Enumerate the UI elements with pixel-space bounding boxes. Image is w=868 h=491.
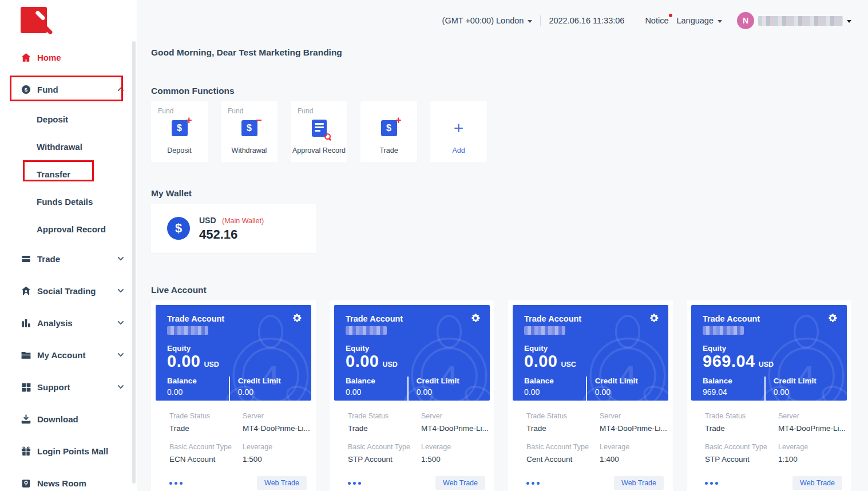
account-type-value: Cent Account [526, 455, 600, 464]
approval-record-icon [312, 120, 327, 137]
sidebar-item-fund[interactable]: $ Fund [0, 73, 137, 105]
function-card-withdrawal[interactable]: Fund $− Withdrawal [221, 101, 278, 163]
plus-badge-icon: + [186, 115, 192, 125]
timezone-selector[interactable]: (GMT +00:00) London [442, 16, 533, 25]
caret-down-icon [528, 20, 532, 23]
chevron-down-icon [117, 320, 124, 325]
minus-badge-icon: − [256, 115, 262, 125]
equity-value: 0.00 [346, 352, 379, 370]
function-category: Fund [158, 107, 208, 115]
server-value: MT4-DooPrime-Li... [421, 424, 489, 433]
sidebar-item-label: News Room [37, 478, 86, 488]
balance-label: Balance [167, 377, 229, 385]
account-type-label: Basic Account Type [169, 443, 243, 451]
wallet-amount: 452.16 [199, 227, 264, 242]
gear-icon[interactable] [470, 313, 481, 326]
account-type-value: STP Account [705, 455, 778, 464]
svg-text:$: $ [25, 86, 28, 93]
equity-currency: USD [204, 361, 219, 369]
equity-label: Equity [703, 344, 835, 353]
avatar: N [737, 12, 754, 29]
dollar-glyph: $ [177, 123, 182, 133]
function-label: Approval Record [291, 146, 347, 155]
more-actions-button[interactable] [526, 482, 540, 485]
sidebar-item-my-account[interactable]: My Account [0, 339, 137, 371]
equity-label: Equity [167, 344, 300, 353]
function-card-deposit[interactable]: Fund $+ Deposit [151, 101, 208, 163]
sidebar-item-news-room[interactable]: News Room [0, 467, 137, 491]
server-value: MT4-DooPrime-Li... [243, 424, 310, 433]
equity-value: 0.00 [167, 352, 200, 370]
language-selector[interactable]: Language [676, 16, 722, 25]
sidebar-item-withdrawal[interactable]: Withdrawal [0, 133, 137, 160]
balance-block: Balance 969.04 [703, 377, 764, 401]
gear-icon[interactable] [649, 313, 659, 326]
credit-limit-value: 0.00 [774, 387, 835, 397]
equity-currency: USD [382, 361, 397, 369]
notice-button[interactable]: Notice [645, 16, 668, 25]
sidebar-item-label: Withdrawal [37, 142, 82, 152]
function-category [367, 107, 417, 115]
sidebar-item-funds-details[interactable]: Funds Details [0, 188, 137, 215]
server-label: Server [243, 412, 310, 420]
trade-account-label: Trade Account [524, 314, 657, 323]
trade-status-value: Trade [705, 424, 778, 433]
function-card-add[interactable]: + Add [430, 101, 487, 163]
sidebar-item-analysis[interactable]: Analysis [0, 307, 137, 339]
add-plus-icon: + [454, 120, 464, 137]
chevron-down-icon [117, 385, 124, 389]
balance-block: Balance 0.00 [524, 377, 586, 401]
more-actions-button[interactable] [348, 482, 361, 485]
balance-value: 0.00 [167, 387, 229, 397]
my-account-icon [21, 350, 31, 361]
sidebar-item-label: Approval Record [37, 224, 106, 234]
trade-account-label: Trade Account [346, 314, 478, 323]
username-redacted [758, 16, 843, 26]
fund-icon: $ [21, 84, 31, 95]
sidebar-item-deposit[interactable]: Deposit [0, 105, 137, 133]
account-number-redacted [167, 326, 208, 335]
sidebar-item-trade[interactable]: Trade [0, 243, 137, 275]
sidebar-item-login-points-mall[interactable]: Login Points Mall [0, 435, 137, 467]
sidebar-item-social-trading[interactable]: Social Trading [0, 275, 137, 307]
function-card-approval-record[interactable]: Fund Approval Record [291, 101, 347, 163]
web-trade-button[interactable]: Web Trade [435, 476, 485, 490]
brand-logo[interactable] [21, 7, 47, 33]
credit-limit-label: Credit Limit [595, 377, 657, 385]
account-summary-panel: 4 Trade Account Equity 0.00USD Balance 0… [334, 305, 490, 401]
wallet-card[interactable]: $ USD (Main Wallet) 452.16 [151, 204, 316, 253]
trade-status-value: Trade [526, 424, 600, 433]
equity-label: Equity [524, 344, 657, 353]
more-actions-button[interactable] [705, 482, 718, 485]
account-details: Trade StatusTrade ServerMT4-DooPrime-Li.… [156, 401, 311, 464]
sidebar-item-support[interactable]: Support [0, 371, 137, 403]
sidebar-item-download[interactable]: Download [0, 403, 137, 435]
sidebar-item-home[interactable]: Home [0, 41, 137, 73]
credit-limit-block: Credit Limit 0.00 [238, 377, 300, 401]
language-label: Language [676, 16, 714, 25]
credit-limit-value: 0.00 [595, 387, 657, 397]
plus-badge-icon: + [395, 115, 402, 125]
sidebar-item-label: Download [37, 414, 78, 424]
sidebar-item-transfer[interactable]: Transfer [0, 160, 137, 188]
balance-block: Balance 0.00 [167, 377, 229, 401]
user-menu[interactable]: N [737, 12, 851, 29]
gear-icon[interactable] [292, 313, 302, 326]
divider [764, 377, 765, 401]
sidebar-item-label: My Account [37, 350, 85, 360]
equity-currency: USC [561, 361, 576, 369]
sidebar-scrollbar[interactable] [132, 41, 136, 484]
greeting-text: Good Morning, Dear Test Marketing Brandi… [151, 47, 851, 58]
web-trade-button[interactable]: Web Trade [614, 476, 664, 490]
sidebar: Home $ Fund Deposit Withdrawal Transfer … [0, 0, 137, 491]
account-summary-panel: 4 Trade Account Equity 0.00USC Balance 0… [513, 305, 668, 401]
balance-block: Balance 0.00 [346, 377, 407, 401]
function-card-trade[interactable]: $+ Trade [360, 101, 417, 163]
gear-icon[interactable] [827, 313, 838, 326]
sidebar-item-approval-record[interactable]: Approval Record [0, 215, 137, 243]
web-trade-button[interactable]: Web Trade [792, 476, 842, 490]
web-trade-button[interactable]: Web Trade [257, 476, 307, 490]
sidebar-item-label: Transfer [37, 169, 70, 179]
more-actions-button[interactable] [169, 482, 183, 485]
account-details: Trade StatusTrade ServerMT4-DooPrime-Li.… [513, 401, 668, 464]
